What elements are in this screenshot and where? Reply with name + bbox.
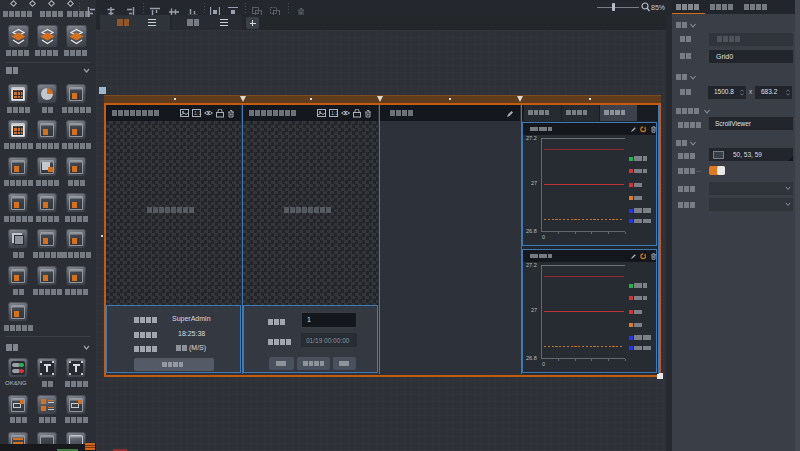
svg-text:1:1: 1:1 — [194, 110, 202, 116]
svg-text:1:1: 1:1 — [331, 110, 339, 116]
